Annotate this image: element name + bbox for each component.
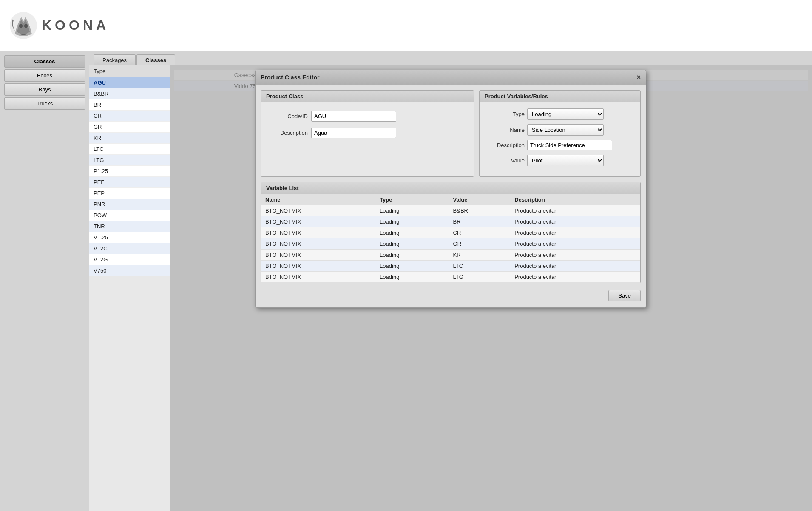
product-class-editor-modal: Product Class Editor × Product Class bbox=[255, 70, 646, 308]
row-type: Loading bbox=[375, 227, 449, 238]
list-item[interactable]: GR bbox=[89, 122, 170, 133]
list-item[interactable]: V12G bbox=[89, 254, 170, 265]
col-type-header: Type bbox=[375, 194, 449, 205]
description-row: Description bbox=[270, 128, 465, 138]
sidebar: Classes Boxes Bays Trucks bbox=[0, 51, 89, 511]
variable-list-tbody: BTO_NOTMIX Loading B&BR Producto a evita… bbox=[261, 205, 640, 283]
main-content: Gaseosa vidrio retornable 12onz Vidrio 7… bbox=[170, 65, 812, 511]
row-type: Loading bbox=[375, 272, 449, 283]
product-class-panel-header: Product Class bbox=[261, 91, 474, 102]
description-input[interactable] bbox=[311, 128, 396, 138]
table-row[interactable]: BTO_NOTMIX Loading BR Producto a evitar bbox=[261, 216, 640, 227]
row-description: Producto a evitar bbox=[510, 227, 640, 238]
description-label: Description bbox=[270, 130, 308, 136]
list-item[interactable]: V12C bbox=[89, 243, 170, 254]
tabs-row: Packages Classes bbox=[89, 51, 812, 65]
row-name: BTO_NOTMIX bbox=[261, 250, 375, 261]
row-value: KR bbox=[449, 250, 510, 261]
row-name: BTO_NOTMIX bbox=[261, 216, 375, 227]
product-class-panel-body: Code/ID Description bbox=[261, 102, 474, 153]
vars-description-input[interactable] bbox=[527, 140, 612, 150]
vars-value-label: Value bbox=[486, 157, 525, 164]
left-panel: Type AGU B&BR BR CR GR KR LTC LTG P1.25 … bbox=[89, 65, 170, 511]
modal-close-button[interactable]: × bbox=[637, 74, 641, 81]
col-name-header: Name bbox=[261, 194, 375, 205]
table-row[interactable]: BTO_NOTMIX Loading GR Producto a evitar bbox=[261, 238, 640, 250]
save-button[interactable]: Save bbox=[608, 290, 641, 301]
row-description: Producto a evitar bbox=[510, 216, 640, 227]
row-description: Producto a evitar bbox=[510, 205, 640, 216]
table-row[interactable]: BTO_NOTMIX Loading B&BR Producto a evita… bbox=[261, 205, 640, 216]
logo-text: KOONA bbox=[42, 17, 109, 33]
table-row[interactable]: BTO_NOTMIX Loading LTC Producto a evitar bbox=[261, 261, 640, 272]
row-type: Loading bbox=[375, 250, 449, 261]
vars-name-select-wrapper: Side Location Temperature Weight bbox=[527, 124, 604, 136]
code-id-row: Code/ID bbox=[270, 111, 465, 122]
sidebar-btn-trucks[interactable]: Trucks bbox=[4, 97, 85, 110]
sidebar-btn-bays[interactable]: Bays bbox=[4, 83, 85, 96]
variable-list-scroll[interactable]: Name Type Value Description BTO_ bbox=[261, 194, 640, 283]
table-row[interactable]: BTO_NOTMIX Loading CR Producto a evitar bbox=[261, 227, 640, 238]
list-item[interactable]: LTC bbox=[89, 144, 170, 155]
class-list: AGU B&BR BR CR GR KR LTC LTG P1.25 PEF P… bbox=[89, 77, 170, 276]
row-description: Producto a evitar bbox=[510, 272, 640, 283]
list-item[interactable]: V750 bbox=[89, 265, 170, 276]
list-item[interactable]: AGU bbox=[89, 77, 170, 88]
list-item[interactable]: BR bbox=[89, 99, 170, 111]
list-item[interactable]: TNR bbox=[89, 221, 170, 232]
row-name: BTO_NOTMIX bbox=[261, 205, 375, 216]
product-class-panel: Product Class Code/ID Description bbox=[261, 90, 474, 177]
row-value: LTG bbox=[449, 272, 510, 283]
tab-classes[interactable]: Classes bbox=[136, 54, 175, 65]
content-area: Packages Classes Type AGU B&BR BR CR GR … bbox=[89, 51, 812, 511]
vars-desc-label: Description bbox=[486, 142, 525, 148]
vars-type-select[interactable]: Loading Unloading Storage bbox=[527, 108, 604, 120]
code-id-input[interactable] bbox=[311, 111, 396, 122]
table-row[interactable]: BTO_NOTMIX Loading LTG Producto a evitar bbox=[261, 272, 640, 283]
row-value: CR bbox=[449, 227, 510, 238]
svg-point-2 bbox=[24, 24, 28, 28]
modal-top-section: Product Class Code/ID Description bbox=[261, 90, 641, 177]
row-name: BTO_NOTMIX bbox=[261, 227, 375, 238]
row-value: GR bbox=[449, 238, 510, 250]
col-description-header: Description bbox=[510, 194, 640, 205]
svg-point-1 bbox=[19, 24, 23, 28]
list-item[interactable]: B&BR bbox=[89, 88, 170, 99]
table-row[interactable]: BTO_NOTMIX Loading KR Producto a evitar bbox=[261, 250, 640, 261]
vars-type-row: Type Loading Unloading Storage bbox=[486, 108, 633, 120]
vars-name-select[interactable]: Side Location Temperature Weight bbox=[527, 124, 604, 136]
row-value: BR bbox=[449, 216, 510, 227]
header: KOONA bbox=[0, 0, 812, 51]
col-value-header: Value bbox=[449, 194, 510, 205]
vars-desc-row: Description bbox=[486, 140, 633, 150]
row-description: Producto a evitar bbox=[510, 250, 640, 261]
vars-name-label: Name bbox=[486, 127, 525, 133]
variable-list-panel: Variable List Name Type Value Descriptio bbox=[261, 182, 641, 283]
row-type: Loading bbox=[375, 238, 449, 250]
logo-area: KOONA bbox=[9, 11, 109, 40]
list-item[interactable]: KR bbox=[89, 133, 170, 144]
modal-body: Product Class Code/ID Description bbox=[256, 85, 646, 307]
row-name: BTO_NOTMIX bbox=[261, 272, 375, 283]
product-vars-panel-header: Product Variables/Rules bbox=[480, 91, 640, 102]
list-item[interactable]: CR bbox=[89, 111, 170, 122]
variable-list-table: Name Type Value Description BTO_ bbox=[261, 194, 640, 283]
variable-list-header: Variable List bbox=[261, 182, 640, 194]
sidebar-btn-classes[interactable]: Classes bbox=[4, 55, 85, 68]
list-item[interactable]: POW bbox=[89, 210, 170, 221]
row-description: Producto a evitar bbox=[510, 238, 640, 250]
variable-list-header-row: Name Type Value Description bbox=[261, 194, 640, 205]
modal-footer: Save bbox=[261, 288, 641, 302]
list-item[interactable]: PEP bbox=[89, 188, 170, 199]
tab-packages[interactable]: Packages bbox=[94, 54, 136, 65]
variable-list-thead: Name Type Value Description bbox=[261, 194, 640, 205]
list-item[interactable]: P1.25 bbox=[89, 166, 170, 177]
product-vars-form: Type Loading Unloading Storage bbox=[480, 102, 640, 176]
list-item[interactable]: V1.25 bbox=[89, 232, 170, 243]
vars-value-row: Value Pilot Co-Pilot Both bbox=[486, 155, 633, 166]
list-item[interactable]: PEF bbox=[89, 177, 170, 188]
sidebar-btn-boxes[interactable]: Boxes bbox=[4, 69, 85, 82]
list-item[interactable]: LTG bbox=[89, 155, 170, 166]
list-item[interactable]: PNR bbox=[89, 199, 170, 210]
vars-value-select[interactable]: Pilot Co-Pilot Both bbox=[527, 155, 604, 166]
